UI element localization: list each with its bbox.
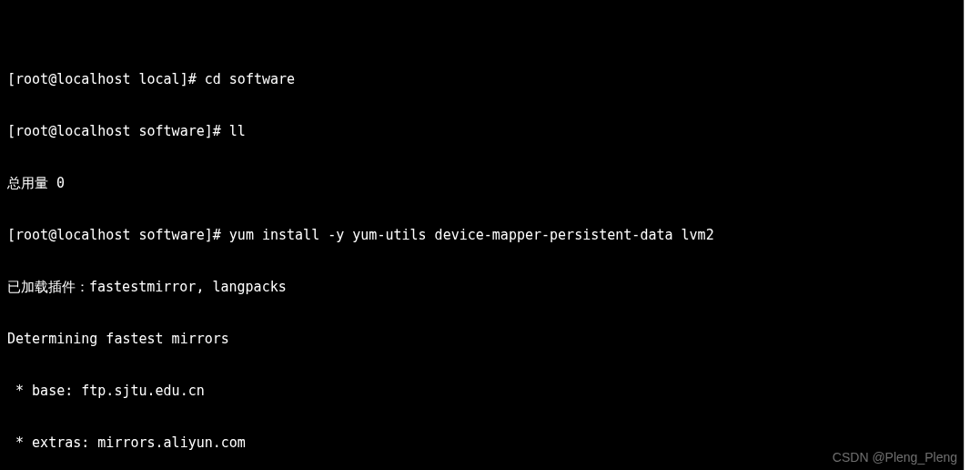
shell-prompt: [root@localhost software]# [7,123,229,139]
vertical-scrollbar[interactable] [964,0,965,470]
output-line: Determining fastest mirrors [7,331,957,348]
shell-prompt: [root@localhost software]# [7,227,229,243]
command-text: yum install -y yum-utils device-mapper-p… [229,227,714,243]
terminal-window[interactable]: [root@localhost local]# cd software [roo… [0,0,965,470]
shell-prompt: [root@localhost local]# [7,71,205,87]
command-text: cd software [205,71,295,87]
prompt-line: [root@localhost software]# ll [7,123,957,140]
prompt-line: [root@localhost local]# cd software [7,71,957,88]
output-line: 总用量 0 [7,175,957,192]
output-line: * base: ftp.sjtu.edu.cn [7,383,957,400]
prompt-line: [root@localhost software]# yum install -… [7,227,957,244]
command-text: ll [229,123,246,139]
terminal-output[interactable]: [root@localhost local]# cd software [roo… [0,35,965,470]
output-line: * extras: mirrors.aliyun.com [7,434,957,452]
output-line: 已加载插件：fastestmirror, langpacks [7,279,957,296]
